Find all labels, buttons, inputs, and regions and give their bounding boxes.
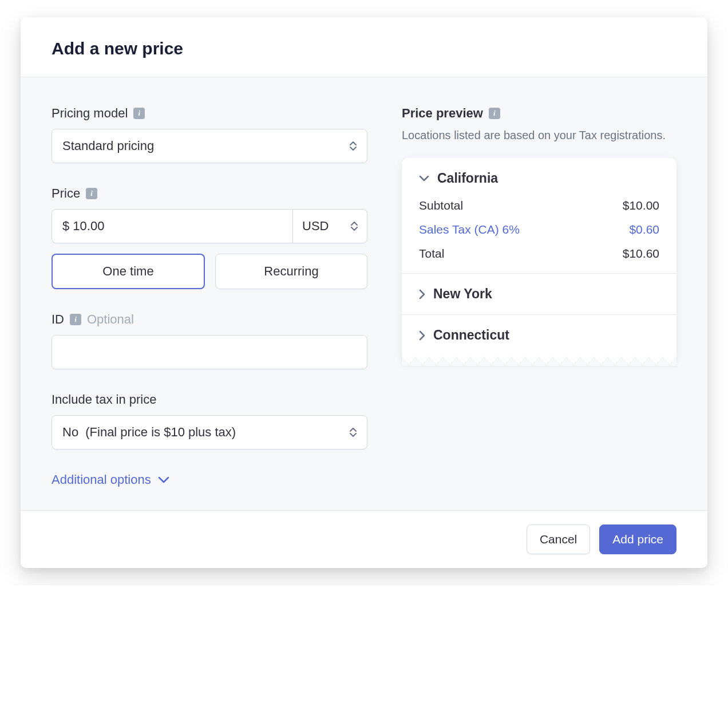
id-input[interactable]: [52, 335, 367, 369]
region-header-connecticut[interactable]: Connecticut: [419, 328, 659, 343]
region-connecticut: Connecticut: [402, 314, 676, 356]
cancel-button[interactable]: Cancel: [527, 524, 590, 554]
currency-select[interactable]: USD: [293, 209, 367, 243]
region-name: Connecticut: [433, 328, 509, 343]
preview-heading: Price preview: [402, 106, 483, 121]
include-tax-value: No (Final price is $10 plus tax): [62, 425, 236, 440]
select-caret-icon: [351, 222, 358, 231]
line-value: $0.60: [629, 223, 659, 236]
line-value: $10.00: [623, 199, 659, 212]
label-row: Price i: [52, 186, 367, 201]
line-label: Sales Tax (CA) 6%: [419, 223, 520, 236]
include-tax-select[interactable]: No (Final price is $10 plus tax): [52, 415, 367, 449]
price-field: Price i $ 10.00 USD: [52, 186, 367, 289]
region-california: California Subtotal $10.00 Sales Tax (CA…: [402, 158, 676, 273]
chevron-down-icon: [158, 476, 169, 483]
chevron-down-icon: [419, 175, 429, 182]
select-caret-icon: [350, 141, 357, 151]
region-header-new-york[interactable]: New York: [419, 286, 659, 302]
pricing-model-select[interactable]: Standard pricing: [52, 129, 367, 163]
label-row: Include tax in price: [52, 392, 367, 407]
recurring-toggle[interactable]: Recurring: [215, 254, 367, 289]
id-label: ID: [52, 312, 64, 327]
price-amount-value: $ 10.00: [62, 219, 104, 234]
price-preview-receipt: California Subtotal $10.00 Sales Tax (CA…: [402, 158, 676, 358]
include-tax-field: Include tax in price No (Final price is …: [52, 392, 367, 449]
one-time-toggle[interactable]: One time: [52, 254, 205, 289]
additional-options-toggle[interactable]: Additional options: [52, 472, 367, 487]
label-row: ID i Optional: [52, 312, 367, 327]
pricing-model-field: Pricing model i Standard pricing: [52, 106, 367, 163]
info-icon[interactable]: i: [86, 188, 97, 199]
line-total: Total $10.60: [419, 247, 659, 261]
region-new-york: New York: [402, 273, 676, 314]
line-label: Subtotal: [419, 199, 463, 212]
info-icon[interactable]: i: [489, 108, 500, 119]
dialog-header: Add a new price: [21, 17, 707, 77]
dialog-footer: Cancel Add price: [21, 510, 707, 568]
chevron-right-icon: [419, 289, 425, 299]
info-icon[interactable]: i: [70, 314, 81, 325]
price-type-toggle: One time Recurring: [52, 254, 367, 289]
chevron-right-icon: [419, 330, 425, 341]
label-row: Pricing model i: [52, 106, 367, 121]
region-name: New York: [433, 286, 492, 302]
region-name: California: [437, 171, 498, 186]
dialog-title: Add a new price: [52, 39, 676, 58]
line-value: $10.60: [623, 247, 659, 261]
dialog-body: Pricing model i Standard pricing Price i: [21, 77, 707, 510]
additional-options-label: Additional options: [52, 472, 151, 487]
add-price-dialog: Add a new price Pricing model i Standard…: [21, 17, 707, 568]
line-subtotal: Subtotal $10.00: [419, 199, 659, 212]
include-tax-label: Include tax in price: [52, 392, 156, 407]
id-optional-label: Optional: [87, 312, 134, 327]
line-tax: Sales Tax (CA) 6% $0.60: [419, 223, 659, 236]
currency-value: USD: [302, 219, 329, 234]
region-header-california[interactable]: California: [419, 171, 659, 186]
line-label: Total: [419, 247, 444, 261]
id-field: ID i Optional: [52, 312, 367, 369]
add-price-button[interactable]: Add price: [599, 524, 676, 554]
preview-note: Locations listed are based on your Tax r…: [402, 127, 676, 144]
select-caret-icon: [350, 428, 357, 437]
price-label: Price: [52, 186, 80, 201]
pricing-model-value: Standard pricing: [62, 139, 154, 153]
price-amount-input[interactable]: $ 10.00: [52, 209, 293, 243]
form-column: Pricing model i Standard pricing Price i: [52, 106, 367, 487]
preview-heading-row: Price preview i: [402, 106, 676, 121]
price-input-row: $ 10.00 USD: [52, 209, 367, 243]
pricing-model-label: Pricing model: [52, 106, 128, 121]
region-body-california: Subtotal $10.00 Sales Tax (CA) 6% $0.60 …: [419, 186, 659, 261]
info-icon[interactable]: i: [133, 108, 145, 119]
preview-column: Price preview i Locations listed are bas…: [402, 106, 676, 487]
